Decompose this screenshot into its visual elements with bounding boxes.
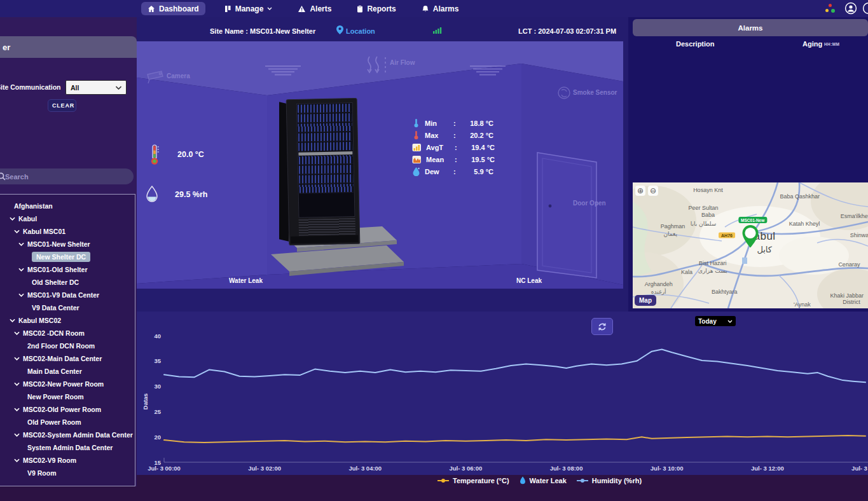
dcim-dashboard: Dashboard Manage Alerts Reports Alarms (0, 0, 868, 501)
map-place-label: Shinwari (850, 232, 868, 238)
svg-text:Jul- 3 14:00: Jul- 3 14:00 (851, 465, 868, 472)
svg-text:35: 35 (154, 357, 161, 364)
tree-item[interactable]: Afghanistan (2, 200, 135, 212)
tree-item-label: MSC02-V9 Room (23, 456, 76, 464)
nav-label: Alarms (433, 4, 459, 13)
camera-label: Camera (167, 72, 190, 79)
tree-item[interactable]: MSC02-System Admin Data Center (2, 429, 135, 441)
map-zoom-out-button[interactable]: ⊖ (648, 186, 658, 196)
tree-item[interactable]: Kabul MSC02 (2, 314, 135, 327)
rack-base (291, 235, 358, 244)
signal-bars-icon (433, 27, 442, 34)
tree-item[interactable]: MSC02-Old Power Room (2, 403, 135, 416)
site-name-text: Site Name : MSC01-New Shelter (210, 27, 315, 35)
nav-alerts[interactable]: Alerts (291, 2, 338, 15)
location-tree: AfghanistanKabulKabul MSC01MSC01-New She… (0, 194, 135, 486)
report-icon (357, 5, 363, 13)
map-place-label: Kala (681, 269, 692, 275)
tree-item[interactable]: New Power Room (2, 390, 135, 403)
tree-item[interactable]: V9 Data Center (2, 301, 135, 314)
location-link[interactable]: Location (346, 27, 375, 35)
chevron-down-icon (14, 331, 20, 335)
nav-dashboard[interactable]: Dashboard (141, 2, 205, 15)
tree-item-label: Old Power Room (27, 418, 81, 426)
site-marker-pin-icon[interactable] (740, 224, 761, 249)
room-humidity-value: 29.5 %rh (175, 190, 207, 199)
tree-item[interactable]: 2nd Floor DCN Room (2, 340, 135, 352)
sensor-trend-chart[interactable]: 403530252015Jul- 3 00:00Jul- 3 02:00Jul-… (137, 312, 868, 475)
site-communication-select[interactable]: All (65, 80, 127, 95)
map-mode-button[interactable]: Map (635, 295, 656, 306)
map-place-label: پغمان (663, 231, 677, 237)
chevron-down-icon (116, 86, 121, 90)
tree-item-label: System Admin Data Center (27, 444, 113, 451)
tree-item-label: Afghanistan (14, 202, 53, 210)
sidebar-header: er (0, 36, 137, 58)
svg-text:Datas: Datas (142, 394, 149, 410)
nav-reports[interactable]: Reports (350, 2, 402, 15)
tree-item-label: MSC01-V9 Data Center (27, 291, 99, 299)
bell-icon (422, 5, 429, 13)
search-input[interactable]: Search (0, 168, 134, 184)
tree-item[interactable]: MSC02-V9 Room (2, 454, 135, 467)
map-place-label: Cenaray (838, 261, 860, 268)
secondary-avatar-icon[interactable] (862, 2, 868, 15)
tree-item[interactable]: System Admin Data Center (2, 441, 135, 454)
tree-item[interactable]: Kabul MSC01 (2, 225, 135, 238)
humidity-droplet-icon (145, 186, 159, 203)
nav-manage[interactable]: Manage (218, 2, 279, 15)
map-place-label: Arghandeh (645, 281, 673, 287)
map-place-label: Esma'ilkheyl (841, 213, 868, 219)
tree-item[interactable]: MSC02-Main Data Center (2, 352, 135, 365)
chevron-down-icon (14, 357, 20, 360)
door-icon (537, 153, 596, 278)
smoke-sensor-label: Smoke Sensor (573, 89, 617, 96)
legend-humidity-marker (577, 478, 588, 483)
map-widget[interactable]: Hosayn KntBaba QashkharPeer SultanBabaسل… (633, 182, 868, 308)
tree-item[interactable]: MSC02 -DCN Room (2, 327, 135, 340)
tree-item[interactable]: MSC01-V9 Data Center (2, 289, 135, 301)
tree-item[interactable]: V9 Room (2, 467, 135, 479)
tree-item[interactable]: MSC01-Old Shelter (2, 263, 135, 276)
tree-item-label: V9 Data Center (32, 304, 79, 312)
nav-label: Alerts (310, 4, 331, 13)
clear-button[interactable]: Clear (48, 99, 76, 112)
map-place-label: Khaki Jabbar (830, 292, 864, 299)
site-communication-label: Site Communication (0, 83, 61, 91)
tree-item[interactable]: MSC01-New Shelter (2, 238, 135, 251)
tree-item-label: MSC02-Old Power Room (23, 406, 101, 413)
tree-item[interactable]: Old Shelter DC (2, 276, 135, 289)
tree-item-label: MSC02-New Power Room (23, 380, 104, 388)
nav-alarms[interactable]: Alarms (415, 2, 465, 15)
svg-text:40: 40 (154, 333, 161, 340)
chevron-down-icon (14, 230, 20, 233)
svg-text:Jul- 3 02:00: Jul- 3 02:00 (248, 465, 281, 472)
tree-item[interactable]: Kabul (2, 212, 135, 225)
select-value: All (71, 84, 79, 92)
map-place-label: Hosayn Knt (693, 187, 723, 193)
room-walls (137, 41, 623, 305)
door-open-label: Door Open (573, 200, 606, 207)
server-rack (287, 99, 359, 245)
tree-item[interactable]: Main Data Center (2, 365, 135, 378)
user-avatar-icon[interactable] (844, 2, 857, 15)
map-zoom-in-button[interactable]: ⊕ (635, 186, 645, 196)
legend-water-leak[interactable]: Water Leak (520, 476, 567, 484)
map-place-label: Peer Sultan (688, 205, 718, 211)
chevron-down-icon (10, 319, 15, 322)
svg-text:Jul- 3 06:00: Jul- 3 06:00 (450, 465, 483, 472)
home-icon (148, 5, 155, 13)
tree-item[interactable]: MSC02-New Power Room (2, 378, 135, 390)
legend-humidity[interactable]: Humidity (%rh) (577, 477, 642, 484)
chevron-down-icon (14, 458, 20, 462)
legend-temperature[interactable]: Temperature (°C) (437, 477, 509, 484)
tree-item[interactable]: Old Power Room (2, 416, 135, 429)
map-place-label: سلطان بابا (691, 221, 717, 227)
chevron-down-icon (18, 242, 24, 246)
stat-avgt: AvgT:19.4 °C (412, 141, 495, 153)
map-place-label: أرغنده (651, 289, 666, 295)
alarms-col-aging: Aging (803, 40, 822, 48)
alert-triangle-icon (298, 5, 306, 13)
tree-item[interactable]: New Shelter DC (2, 251, 135, 263)
tree-item-label: MSC02 -DCN Room (23, 329, 85, 337)
